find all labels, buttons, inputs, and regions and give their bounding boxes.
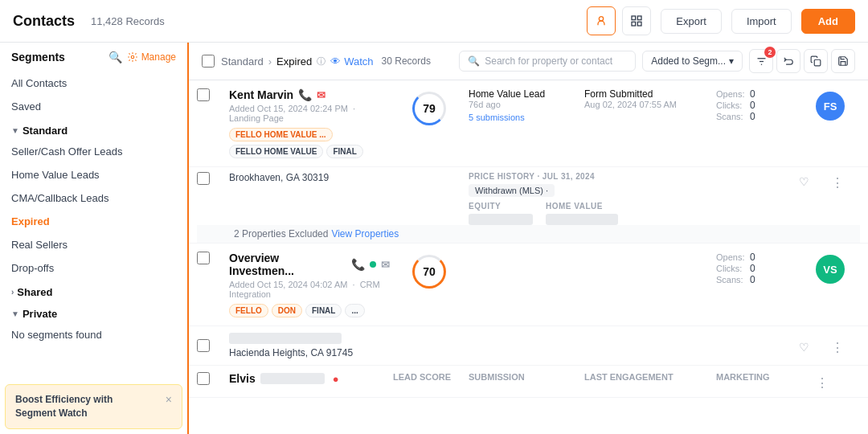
sidebar-item-expired[interactable]: Expired (0, 210, 187, 233)
page-title: Contacts (13, 13, 75, 30)
banner-close-button[interactable]: × (166, 393, 172, 406)
email-icon[interactable]: ✉ (317, 89, 326, 101)
brookhaven-favorite-icon[interactable]: ♡ (799, 172, 828, 188)
hacienda-checkbox[interactable] (197, 339, 210, 352)
export-button[interactable]: Export (661, 9, 722, 34)
kent-marvin-lead-score: 79 (393, 88, 465, 125)
tag-more[interactable]: ... (345, 304, 364, 317)
sidebar-item-real-sellers[interactable]: Real Sellers (0, 233, 187, 256)
sidebar-item-no-segments: No segments found (0, 323, 187, 346)
tag-fello: FELLO (229, 304, 268, 317)
add-button[interactable]: Add (801, 9, 855, 34)
overview-name[interactable]: Overview Investmen... (229, 252, 346, 277)
kent-marvin-checkbox[interactable] (197, 88, 210, 101)
overview-phone-icon[interactable]: 📞 (351, 258, 365, 271)
contact-row-kent-marvin: Kent Marvin 📞 ✉ Added Oct 15, 2024 02:24… (189, 80, 868, 167)
overview-checkbox[interactable] (197, 252, 210, 264)
overview-info: Overview Investmen... 📞 ✉ Added Oct 15, … (229, 252, 390, 317)
brookhaven-more-menu[interactable]: ⋮ (831, 172, 860, 190)
hacienda-meta: Hacienda Heights, CA 91745 (229, 347, 796, 358)
segments-title: Segments (11, 51, 104, 63)
withdrawn-badge: Withdrawn (MLS) · (469, 184, 555, 197)
overview-email-icon[interactable]: ✉ (381, 259, 390, 271)
property-row-brookhaven: Brookhaven, GA 30319 PRICE HISTORY · JUL… (189, 167, 868, 244)
hacienda-more-menu[interactable]: ⋮ (831, 337, 860, 355)
filter-badge: 2 (764, 47, 776, 58)
phone-icon[interactable]: 📞 (298, 88, 312, 101)
tag-final: FINAL (326, 145, 362, 158)
breadcrumb-standard[interactable]: Standard (221, 55, 264, 68)
elvis-checkbox[interactable] (197, 372, 210, 385)
elvis-more-menu[interactable]: ⋮ (816, 372, 845, 391)
sidebar-item-drop-offs[interactable]: Drop-offs (0, 256, 187, 280)
price-history-section: PRICE HISTORY · JUL 31, 2024 Withdrawn (… (469, 172, 796, 225)
contact-search-input[interactable]: 🔍 Search for property or contact (459, 51, 636, 72)
svg-rect-4 (638, 22, 642, 26)
hacienda-favorite-icon[interactable]: ♡ (799, 338, 828, 354)
svg-rect-1 (632, 16, 636, 20)
contact-row-elvis: Elvis ● LEAD SCORE SUBMISSION LAST ENGAG… (189, 366, 868, 398)
kent-marvin-submission: Home Value Lead 76d ago 5 submissions (469, 88, 581, 122)
segment-filter-dropdown[interactable]: Added to Segm... ▾ (642, 51, 743, 72)
select-all-checkbox[interactable] (202, 55, 215, 68)
kent-marvin-engagement: Form Submitted Aug 02, 2024 07:55 AM (584, 88, 713, 109)
brookhaven-checkbox[interactable] (197, 172, 210, 185)
search-icon[interactable]: 🔍 (108, 51, 122, 63)
kent-marvin-submissions-link[interactable]: 5 submissions (469, 113, 581, 122)
contacts-view-icon[interactable] (587, 6, 616, 35)
brookhaven-address: Brookhaven, GA 30319 (229, 172, 390, 183)
save-view-button[interactable] (831, 49, 855, 73)
breadcrumb: Standard › Expired ⓘ 👁 Watch (221, 55, 374, 68)
chevron-right-icon: › (11, 288, 14, 297)
sidebar-section-standard[interactable]: ▼ Standard (0, 118, 187, 140)
info-icon[interactable]: ⓘ (317, 55, 326, 68)
grid-view-icon[interactable] (622, 6, 651, 35)
sidebar-item-seller-cash[interactable]: Seller/Cash Offer Leads (0, 140, 187, 163)
record-count: 11,428 Records (91, 15, 165, 27)
sidebar-item-saved[interactable]: Saved (0, 95, 187, 118)
elvis-name[interactable]: Elvis (229, 372, 256, 385)
watch-button[interactable]: 👁 Watch (330, 55, 373, 68)
import-button[interactable]: Import (731, 9, 792, 34)
chevron-down-icon: ▼ (11, 126, 19, 135)
elvis-notification-icon[interactable]: ● (333, 373, 339, 385)
kent-marvin-agent-avatar: FS (816, 92, 845, 121)
records-count: 30 Records (382, 55, 431, 67)
sidebar-item-all-contacts[interactable]: All Contacts (0, 72, 187, 95)
elvis-submission-label: SUBMISSION (469, 372, 581, 382)
tag-fello-home-value: FELLO HOME VALUE ... (229, 128, 333, 141)
undo-button[interactable] (776, 49, 800, 73)
view-properties-link[interactable]: View Properties (331, 228, 399, 240)
sidebar-section-shared[interactable]: › Shared (0, 280, 187, 301)
boost-efficiency-text: Boost Efficiency withSegment Watch (15, 393, 113, 420)
sidebar-item-home-value[interactable]: Home Value Leads (0, 163, 187, 186)
svg-rect-2 (638, 16, 642, 20)
sidebar-section-private[interactable]: ▼ Private (0, 301, 187, 323)
kent-marvin-marketing: Opens: 0 Clicks: 0 Scans: 0 (716, 88, 813, 122)
breadcrumb-current: Expired (276, 55, 312, 68)
chevron-down-icon-private: ▼ (11, 309, 19, 318)
kent-marvin-info: Kent Marvin 📞 ✉ Added Oct 15, 2024 02:24… (229, 88, 390, 158)
tag-fello-home-value-2: FELLO HOME VALUE (229, 145, 323, 158)
kent-marvin-name[interactable]: Kent Marvin (229, 88, 293, 101)
contact-row-hacienda: Hacienda Heights, CA 91745 ♡ ⋮ (189, 326, 868, 366)
overview-agent-avatar: VS (816, 255, 845, 284)
boost-efficiency-banner: Boost Efficiency withSegment Watch × (5, 384, 182, 429)
chevron-down-filter: ▾ (729, 55, 734, 67)
svg-point-5 (131, 55, 134, 59)
sidebar-item-cma-callback[interactable]: CMA/Callback Leads (0, 186, 187, 210)
eye-icon: 👁 (330, 55, 341, 68)
search-icon-bar: 🔍 (468, 55, 480, 67)
svg-rect-9 (814, 59, 821, 66)
tag-final-2: FINAL (305, 304, 342, 317)
overview-lead-score: 70 (393, 252, 465, 289)
svg-point-0 (600, 17, 604, 21)
elvis-engagement-label: LAST ENGAGEMENT (584, 372, 713, 382)
elvis-marketing-label: MARKETING (716, 372, 813, 382)
manage-button[interactable]: Manage (127, 51, 176, 63)
copy-button[interactable] (804, 49, 828, 73)
tag-don: DON (272, 304, 302, 317)
filter-settings-button[interactable]: 2 (749, 49, 773, 73)
contact-row-overview: Overview Investmen... 📞 ✉ Added Oct 15, … (189, 244, 868, 326)
overview-marketing: Opens: 0 Clicks: 0 Scans: 0 (716, 252, 813, 285)
